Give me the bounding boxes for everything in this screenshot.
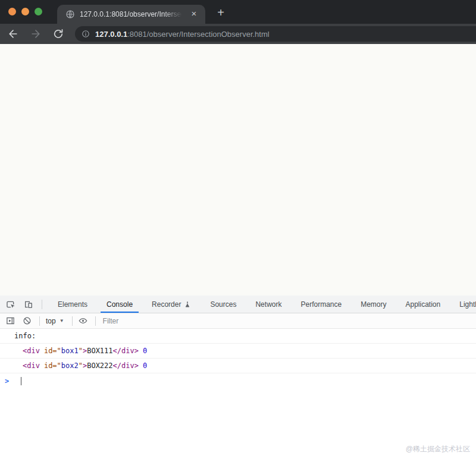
text-cursor [21,377,21,385]
console-sidebar-toggle-icon[interactable] [6,316,15,325]
url-text: 127.0.0.1:8081/observer/IntersectionObse… [95,30,270,39]
tab-console[interactable]: Console [101,296,139,313]
minimize-window-button[interactable] [21,8,29,15]
url-path: :8081/observer/IntersectionObserver.html [127,30,269,39]
devtools-panel: Elements Console Recorder Sources Networ… [0,296,476,462]
browser-window: 127.0.0.1:8081/observer/IntersectionObse… [0,0,476,462]
new-tab-button[interactable]: + [213,5,228,21]
console-message-element[interactable]: <divid="box2">BOX222</div>0 [0,359,476,373]
device-toolbar-icon[interactable] [24,300,33,309]
site-info-icon[interactable] [82,30,90,38]
tab-sources[interactable]: Sources [204,296,242,313]
reload-icon[interactable] [52,28,64,40]
divider [95,316,96,326]
close-window-button[interactable] [8,8,16,15]
console-toolbar: top ▼ [0,313,476,329]
page-viewport [0,44,476,296]
forward-icon[interactable] [30,28,42,40]
prompt-chevron-icon: > [5,377,9,385]
tab-performance[interactable]: Performance [295,296,347,313]
console-message-element[interactable]: <divid="box1">BOX111</div>0 [0,344,476,359]
globe-favicon-icon [65,10,75,19]
window-controls [8,8,42,15]
console-messages[interactable]: info: <divid="box1">BOX111</div>0 <divid… [0,329,476,462]
browser-tab[interactable]: 127.0.0.1:8081/observer/IntersectionObse… [57,5,205,24]
watermark: @稀土掘金技术社区 [406,444,470,454]
tab-application[interactable]: Application [400,296,447,313]
address-bar[interactable]: 127.0.0.1:8081/observer/IntersectionObse… [75,26,476,42]
divider [39,316,40,326]
divider [72,316,73,326]
tab-memory[interactable]: Memory [355,296,392,313]
browser-toolbar: 127.0.0.1:8081/observer/IntersectionObse… [0,24,476,44]
clear-console-icon[interactable] [23,316,32,325]
back-icon[interactable] [7,28,19,40]
close-tab-icon[interactable]: × [189,9,199,20]
tab-elements[interactable]: Elements [52,296,93,313]
tab-network[interactable]: Network [249,296,287,313]
execution-context-selector[interactable]: top ▼ [46,317,64,325]
experimental-flask-icon [184,301,191,308]
tab-title: 127.0.0.1:8081/observer/IntersectionObse… [80,10,182,18]
tab-strip: 127.0.0.1:8081/observer/IntersectionObse… [0,0,476,24]
filter-input[interactable] [102,313,476,328]
url-host: 127.0.0.1 [95,30,127,39]
zoom-window-button[interactable] [35,8,42,15]
tab-recorder[interactable]: Recorder [146,296,197,313]
divider [42,300,42,309]
tab-lighthouse[interactable]: Lighthouse [453,296,476,313]
devtools-tabbar: Elements Console Recorder Sources Networ… [0,296,476,313]
inspect-element-icon[interactable] [6,300,15,309]
live-expression-eye-icon[interactable] [79,316,87,325]
console-message-log[interactable]: info: [0,329,476,344]
chevron-down-icon: ▼ [60,318,64,323]
console-prompt[interactable]: > [0,373,476,389]
